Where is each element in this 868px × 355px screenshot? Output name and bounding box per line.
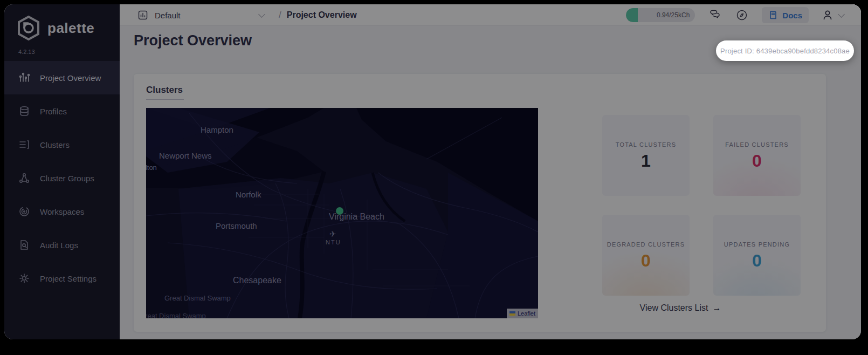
app-window: palette 4.2.13 Project Overview Profiles bbox=[4, 4, 861, 339]
project-id-tooltip: Project ID: 6439ebca90befdd8234c08ae bbox=[716, 40, 854, 61]
